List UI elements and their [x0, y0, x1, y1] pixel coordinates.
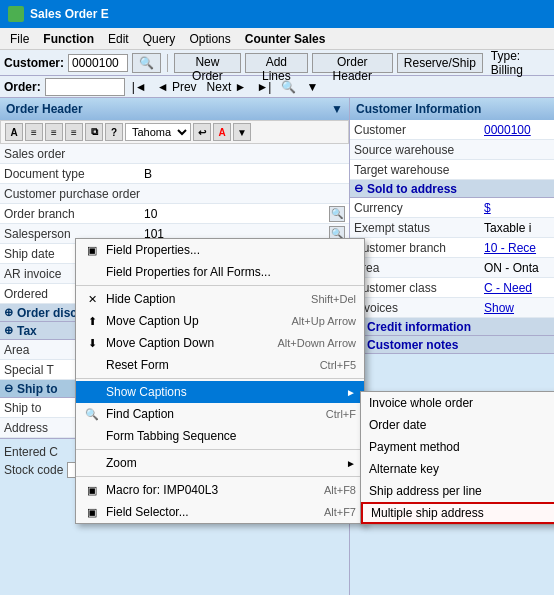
- field-props-all-icon: [84, 264, 100, 280]
- area-info-row: Area ON - Onta: [350, 258, 554, 278]
- new-order-button[interactable]: New Order: [174, 53, 241, 73]
- customer-po-row: Customer purchase order: [0, 184, 349, 204]
- stock-code-label: Stock code: [4, 463, 63, 477]
- document-type-row: Document type B: [0, 164, 349, 184]
- panel-collapse-arrow[interactable]: ▼: [331, 102, 343, 116]
- document-type-label: Document type: [4, 167, 144, 181]
- bold-button[interactable]: A: [5, 123, 23, 141]
- zoom-icon: [84, 455, 100, 471]
- menu-function[interactable]: Function: [37, 30, 100, 48]
- right-panel-title: Customer Information: [356, 102, 481, 116]
- submenu-multiple-ship[interactable]: Multiple ship address: [361, 502, 554, 524]
- customer-class-value[interactable]: C - Need: [484, 281, 550, 295]
- submenu-ship-address-label: Ship address per line: [369, 484, 482, 498]
- order-input[interactable]: [45, 78, 125, 96]
- undo-btn[interactable]: ↩: [193, 123, 211, 141]
- ctx-zoom[interactable]: Zoom ►: [76, 452, 364, 474]
- exempt-status-label: Exempt status: [354, 221, 484, 235]
- ctx-reset-form[interactable]: Reset Form Ctrl+F5: [76, 354, 364, 376]
- ctx-macro[interactable]: ▣ Macro for: IMP040L3 Alt+F8: [76, 479, 364, 501]
- align-left[interactable]: ≡: [25, 123, 43, 141]
- section-label-tax: Tax: [17, 324, 37, 338]
- field-selector-icon: ▣: [84, 504, 100, 520]
- submenu-alternate-key[interactable]: Alternate key: [361, 458, 554, 480]
- ctx-field-properties[interactable]: ▣ Field Properties...: [76, 239, 364, 261]
- title-text: Sales Order E: [30, 7, 109, 21]
- ctx-sep3: [76, 449, 364, 450]
- submenu-ship-address-per-line[interactable]: Ship address per line: [361, 480, 554, 502]
- invoices-row: Invoices Show: [350, 298, 554, 318]
- menu-query[interactable]: Query: [137, 30, 182, 48]
- nav-first[interactable]: |◄: [129, 79, 150, 95]
- order-branch-search[interactable]: 🔍: [329, 206, 345, 222]
- ctx-tabbing-seq[interactable]: Form Tabbing Sequence: [76, 425, 364, 447]
- area-info-label: Area: [354, 261, 484, 275]
- source-warehouse-label: Source warehouse: [354, 143, 484, 157]
- align-center[interactable]: ≡: [45, 123, 63, 141]
- ctx-field-props-all[interactable]: Field Properties for All Forms...: [76, 261, 364, 283]
- customer-branch-label: Customer branch: [354, 241, 484, 255]
- order-branch-row: Order branch 10 🔍: [0, 204, 349, 224]
- order-header-button[interactable]: Order Header: [312, 53, 393, 73]
- currency-label: Currency: [354, 201, 484, 215]
- submenu-payment-method-label: Payment method: [369, 440, 460, 454]
- copy-format[interactable]: ⧉: [85, 123, 103, 141]
- ship-to-minus: ⊖: [4, 382, 13, 395]
- search-button[interactable]: 🔍: [132, 53, 161, 73]
- submenu-payment-method[interactable]: Payment method: [361, 436, 554, 458]
- reserve-ship-button[interactable]: Reserve/Ship: [397, 53, 483, 73]
- format-toolbar: A ≡ ≡ ≡ ⧉ ? Tahoma ↩ A ▼: [0, 120, 349, 144]
- find-caption-icon: 🔍: [84, 406, 100, 422]
- ctx-field-selector[interactable]: ▣ Field Selector... Alt+F7: [76, 501, 364, 523]
- macro-icon: ▣: [84, 482, 100, 498]
- nav-last[interactable]: ►|: [253, 79, 274, 95]
- credit-section[interactable]: ⊕ Credit information: [350, 318, 554, 336]
- entered-label: Entered C: [4, 445, 58, 459]
- customer-info-form: Customer 0000100 Source warehouse Target…: [350, 120, 554, 354]
- menu-edit[interactable]: Edit: [102, 30, 135, 48]
- ctx-show-captions[interactable]: Show Captions ►: [76, 381, 364, 403]
- currency-value[interactable]: $: [484, 201, 550, 215]
- notes-section[interactable]: ⊕ Customer notes: [350, 336, 554, 354]
- submenu-invoice-whole[interactable]: Invoice whole order: [361, 392, 554, 414]
- ship-to-label: Ship to: [17, 382, 58, 396]
- document-type-value: B: [144, 167, 345, 181]
- submenu-order-date-label: Order date: [369, 418, 426, 432]
- ctx-hide-caption[interactable]: ✕ Hide Caption Shift+Del: [76, 288, 364, 310]
- menu-options[interactable]: Options: [183, 30, 236, 48]
- nav-search[interactable]: 🔍: [278, 79, 299, 95]
- nav-prev[interactable]: ◄ Prev: [154, 79, 200, 95]
- sales-order-label: Sales order: [4, 147, 144, 161]
- customer-branch-value[interactable]: 10 - Rece: [484, 241, 550, 255]
- menu-counter-sales[interactable]: Counter Sales: [239, 30, 332, 48]
- target-warehouse-label: Target warehouse: [354, 163, 484, 177]
- submenu-order-date[interactable]: Order date: [361, 414, 554, 436]
- nav-next[interactable]: Next ►: [204, 79, 250, 95]
- customer-info-value[interactable]: 0000100: [484, 123, 550, 137]
- ctx-move-down[interactable]: ⬇ Move Caption Down Alt+Down Arrow: [76, 332, 364, 354]
- invoices-value[interactable]: Show: [484, 301, 550, 315]
- invoices-label: Invoices: [354, 301, 484, 315]
- menu-file[interactable]: File: [4, 30, 35, 48]
- ctx-move-up[interactable]: ⬆ Move Caption Up Alt+Up Arrow: [76, 310, 364, 332]
- customer-class-row: Customer class C - Need: [350, 278, 554, 298]
- add-lines-button[interactable]: Add Lines: [245, 53, 308, 73]
- zoom-arrow: ►: [346, 458, 356, 469]
- sold-to-section[interactable]: ⊖ Sold to address: [350, 180, 554, 198]
- font-selector[interactable]: Tahoma: [125, 123, 191, 141]
- nav-dropdown[interactable]: ▼: [303, 79, 321, 95]
- ctx-find-caption[interactable]: 🔍 Find Caption Ctrl+F: [76, 403, 364, 425]
- help-btn[interactable]: ?: [105, 123, 123, 141]
- sold-to-minus: ⊖: [354, 182, 363, 195]
- section-plus-icon: ⊕: [4, 306, 13, 319]
- align-right[interactable]: ≡: [65, 123, 83, 141]
- ctx-sep2: [76, 378, 364, 379]
- sales-order-row: Sales order: [0, 144, 349, 164]
- customer-branch-row: Customer branch 10 - Rece: [350, 238, 554, 258]
- font-color-btn[interactable]: A: [213, 123, 231, 141]
- submenu-multiple-ship-label: Multiple ship address: [371, 506, 484, 520]
- customer-label: Customer:: [4, 56, 64, 70]
- font-color-picker[interactable]: ▼: [233, 123, 251, 141]
- customer-input[interactable]: [68, 54, 128, 72]
- ctx-sep4: [76, 476, 364, 477]
